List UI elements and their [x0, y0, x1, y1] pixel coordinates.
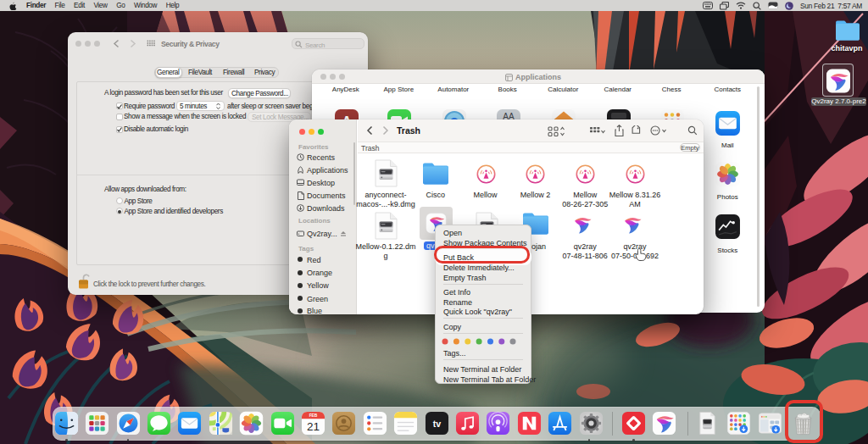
svg-text:tv: tv [432, 419, 441, 429]
svg-text:FEB: FEB [309, 413, 318, 418]
svg-text:21: 21 [307, 420, 320, 433]
